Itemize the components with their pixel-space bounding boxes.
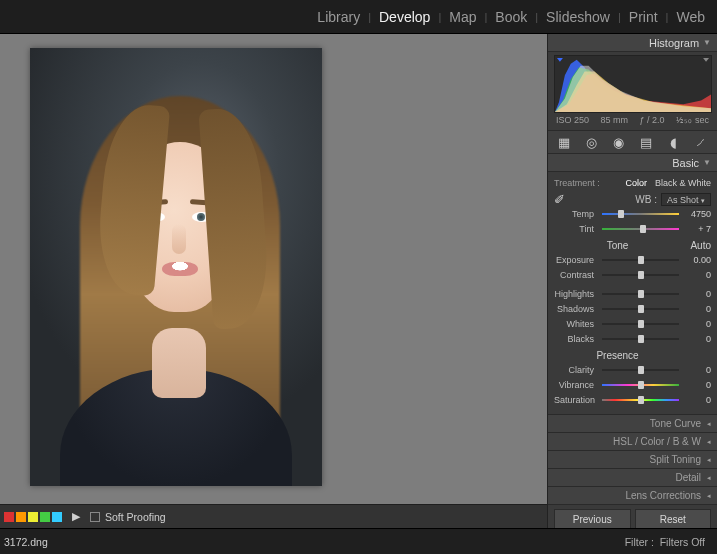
reset-button[interactable]: Reset <box>635 509 712 529</box>
shadows-value[interactable]: 0 <box>683 304 711 314</box>
exposure-value[interactable]: 0.00 <box>683 255 711 265</box>
contrast-value[interactable]: 0 <box>683 270 711 280</box>
blacks-label: Blacks <box>554 334 598 344</box>
module-library[interactable]: Library <box>309 9 368 25</box>
wb-label: WB : <box>571 194 661 205</box>
filter-label: Filter : <box>625 536 654 548</box>
saturation-value[interactable]: 0 <box>683 395 711 405</box>
redeye-tool-icon[interactable]: ◉ <box>609 133 629 151</box>
module-develop[interactable]: Develop <box>371 9 438 25</box>
spot-tool-icon[interactable]: ◎ <box>581 133 601 151</box>
photo[interactable] <box>30 48 322 486</box>
highlights-label: Highlights <box>554 289 598 299</box>
treatment-bw[interactable]: Black & White <box>655 178 711 188</box>
exif-iso: ISO 250 <box>556 115 589 125</box>
whites-value[interactable]: 0 <box>683 319 711 329</box>
tint-slider[interactable] <box>602 226 679 232</box>
treatment-row: Treatment : Color Black & White <box>554 175 711 191</box>
treatment-color[interactable]: Color <box>625 178 647 188</box>
exposure-label: Exposure <box>554 255 598 265</box>
filter-dropdown[interactable]: Filters Off <box>660 536 705 548</box>
chevron-right-icon: ◂ <box>707 474 711 482</box>
temp-label: Temp <box>554 209 598 219</box>
histogram-title: Histogram <box>649 37 699 49</box>
saturation-label: Saturation <box>554 395 598 405</box>
color-chip[interactable] <box>28 512 38 522</box>
whites-label: Whites <box>554 319 598 329</box>
presence-label: Presence <box>554 350 681 361</box>
module-bar: Library| Develop| Map| Book| Slideshow| … <box>0 0 717 34</box>
clarity-label: Clarity <box>554 365 598 375</box>
chevron-right-icon: ◂ <box>707 456 711 464</box>
blacks-value[interactable]: 0 <box>683 334 711 344</box>
clarity-value[interactable]: 0 <box>683 365 711 375</box>
tonecurve-header[interactable]: Tone Curve◂ <box>548 414 717 432</box>
highlights-slider[interactable] <box>602 291 679 297</box>
chevron-right-icon: ◂ <box>707 438 711 446</box>
exposure-slider[interactable] <box>602 257 679 263</box>
module-book[interactable]: Book <box>487 9 535 25</box>
soft-proof-checkbox[interactable] <box>90 512 100 522</box>
clarity-slider[interactable] <box>602 367 679 373</box>
wb-dropdown[interactable]: As Shot ▾ <box>661 193 711 206</box>
shadows-slider[interactable] <box>602 306 679 312</box>
color-chip[interactable] <box>16 512 26 522</box>
module-picker: Library| Develop| Map| Book| Slideshow| … <box>309 0 717 34</box>
color-chip[interactable] <box>52 512 62 522</box>
exif-readout: ISO 250 85 mm ƒ / 2.0 ¹⁄₂₅₀ sec <box>554 113 711 125</box>
tone-label: Tone <box>554 240 681 251</box>
basic-panel: Treatment : Color Black & White ✐ WB : A… <box>548 172 717 414</box>
color-chip[interactable] <box>4 512 14 522</box>
status-bar: 3172.dng Filter : Filters Off <box>0 528 717 554</box>
basic-title: Basic <box>672 157 699 169</box>
highlights-value[interactable]: 0 <box>683 289 711 299</box>
histogram[interactable]: ISO 250 85 mm ƒ / 2.0 ¹⁄₂₅₀ sec <box>548 52 717 130</box>
whites-slider[interactable] <box>602 321 679 327</box>
chevron-right-icon: ◂ <box>707 492 711 500</box>
chevron-right-icon: ◂ <box>707 420 711 428</box>
exif-focal: 85 mm <box>601 115 629 125</box>
detail-header[interactable]: Detail◂ <box>548 468 717 486</box>
treatment-label: Treatment : <box>554 178 600 188</box>
splittoning-header[interactable]: Split Toning◂ <box>548 450 717 468</box>
basic-header[interactable]: Basic ▼ <box>548 154 717 172</box>
crop-tool-icon[interactable]: ▦ <box>554 133 574 151</box>
chevron-down-icon: ▼ <box>703 158 711 167</box>
module-web[interactable]: Web <box>668 9 713 25</box>
module-print[interactable]: Print <box>621 9 666 25</box>
exif-aperture: ƒ / 2.0 <box>639 115 664 125</box>
tint-value[interactable]: + 7 <box>683 224 711 234</box>
eyedropper-icon[interactable]: ✐ <box>554 192 565 207</box>
wb-row: ✐ WB : As Shot ▾ <box>554 191 711 207</box>
vibrance-value[interactable]: 0 <box>683 380 711 390</box>
color-chip[interactable] <box>40 512 50 522</box>
play-icon[interactable]: ▶ <box>72 510 80 523</box>
vibrance-slider[interactable] <box>602 382 679 388</box>
lens-header[interactable]: Lens Corrections◂ <box>548 486 717 504</box>
saturation-slider[interactable] <box>602 397 679 403</box>
shadows-label: Shadows <box>554 304 598 314</box>
brush-tool-icon[interactable]: ⟋ <box>691 133 711 151</box>
contrast-slider[interactable] <box>602 272 679 278</box>
module-map[interactable]: Map <box>441 9 484 25</box>
tint-label: Tint <box>554 224 598 234</box>
contrast-label: Contrast <box>554 270 598 280</box>
soft-proof-label: Soft Proofing <box>105 511 166 523</box>
temp-value[interactable]: 4750 <box>683 209 711 219</box>
develop-right-panel: Histogram ▼ ISO 250 85 mm ƒ / 2.0 ¹⁄₂₅₀ … <box>547 34 717 528</box>
previous-button[interactable]: Previous <box>554 509 631 529</box>
hsl-header[interactable]: HSL / Color / B & W◂ <box>548 432 717 450</box>
loupe-canvas[interactable] <box>0 34 547 504</box>
exif-shutter: ¹⁄₂₅₀ sec <box>676 115 709 125</box>
graduated-tool-icon[interactable]: ▤ <box>636 133 656 151</box>
blacks-slider[interactable] <box>602 336 679 342</box>
vibrance-label: Vibrance <box>554 380 598 390</box>
radial-tool-icon[interactable]: ◖ <box>664 133 684 151</box>
module-slideshow[interactable]: Slideshow <box>538 9 618 25</box>
develop-toolbar: ▶ Soft Proofing <box>0 504 547 528</box>
temp-slider[interactable] <box>602 211 679 217</box>
auto-tone-button[interactable]: Auto <box>681 240 711 251</box>
color-label-chips[interactable] <box>2 512 62 522</box>
filename: 3172.dng <box>4 536 48 548</box>
histogram-header[interactable]: Histogram ▼ <box>548 34 717 52</box>
